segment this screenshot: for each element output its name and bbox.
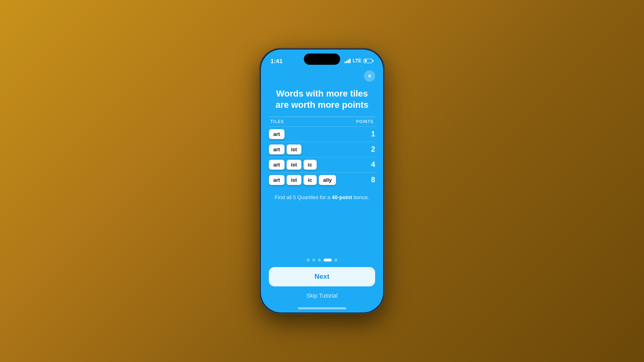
points-8: 8 bbox=[365, 176, 375, 184]
close-btn-row: × bbox=[261, 70, 383, 85]
tiles-group: art ist ic ally bbox=[269, 175, 336, 185]
table-header: TILES POINTS bbox=[269, 117, 375, 126]
phone-content: × Words with more tilesare worth more po… bbox=[261, 67, 383, 313]
table-row: art ist 2 bbox=[269, 142, 375, 157]
dot-1 bbox=[307, 259, 310, 261]
tile-ist-2: ist bbox=[287, 144, 301, 154]
table-row: art 1 bbox=[269, 126, 375, 142]
scoring-table: TILES POINTS art 1 art ist bbox=[269, 117, 375, 187]
table-row: art ist ic ally 8 bbox=[269, 172, 375, 187]
dynamic-island bbox=[304, 53, 340, 65]
dot-4-active bbox=[324, 259, 332, 261]
tile-art-3: art bbox=[269, 160, 285, 170]
next-button-label: Next bbox=[315, 273, 330, 280]
points-column-header: POINTS bbox=[356, 119, 374, 124]
points-1: 1 bbox=[365, 130, 375, 138]
home-indicator bbox=[298, 307, 346, 309]
status-time: 1:41 bbox=[270, 58, 283, 64]
tile-art-2: art bbox=[269, 144, 285, 154]
tiles-group: art bbox=[269, 129, 285, 139]
tile-ic-4: ic bbox=[303, 175, 317, 185]
tile-art-4: art bbox=[269, 175, 285, 185]
pagination-dots bbox=[261, 254, 383, 267]
status-icons: LTE bbox=[345, 58, 374, 64]
dot-2 bbox=[312, 259, 315, 261]
phone-screen: 1:41 LTE bbox=[261, 49, 383, 313]
phone-container: 1:41 LTE bbox=[260, 48, 384, 314]
points-2: 2 bbox=[365, 145, 375, 154]
tiles-group: art ist bbox=[269, 144, 301, 154]
points-4: 4 bbox=[365, 160, 375, 169]
dot-5 bbox=[334, 259, 337, 261]
tile-ally-4: ally bbox=[319, 175, 336, 185]
phone-frame: 1:41 LTE bbox=[260, 48, 384, 314]
tile-art-1: art bbox=[269, 129, 285, 139]
tile-ic-3: ic bbox=[303, 160, 317, 170]
lte-label: LTE bbox=[353, 58, 361, 64]
table-row: art ist ic 4 bbox=[269, 157, 375, 172]
main-title: Words with more tilesare worth more poin… bbox=[273, 88, 371, 110]
bonus-prefix: Find all 5 Quartiles for a bbox=[275, 194, 332, 200]
tile-ist-4: ist bbox=[287, 175, 301, 185]
bonus-text: Find all 5 Quartiles for a 40-point bonu… bbox=[261, 187, 383, 204]
bonus-suffix: bonus. bbox=[352, 194, 369, 200]
title-section: Words with more tilesare worth more poin… bbox=[261, 85, 383, 117]
tiles-column-header: TILES bbox=[270, 119, 284, 124]
tiles-group: art ist ic bbox=[269, 160, 317, 170]
skip-tutorial-label: Skip Tutorial bbox=[306, 292, 337, 299]
close-button[interactable]: × bbox=[364, 70, 375, 82]
dot-3 bbox=[318, 259, 321, 261]
tile-ist-3: ist bbox=[287, 160, 301, 170]
signal-icon bbox=[345, 59, 351, 63]
next-button[interactable]: Next bbox=[269, 267, 375, 286]
bonus-highlight: 40-point bbox=[332, 194, 352, 200]
skip-tutorial-button[interactable]: Skip Tutorial bbox=[261, 290, 383, 307]
battery-icon bbox=[363, 59, 374, 63]
